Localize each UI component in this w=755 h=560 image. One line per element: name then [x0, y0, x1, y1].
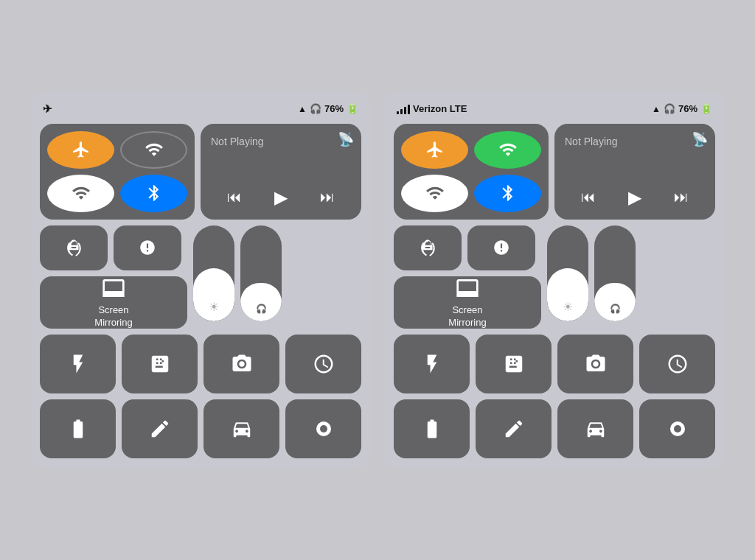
media-title-left: Not Playing	[211, 136, 351, 147]
screen-mirror-label-left: ScreenMirroring	[94, 304, 132, 329]
row-top-right: 📡 Not Playing ⏮ ▶ ⏭	[394, 124, 715, 220]
flashlight-btn-left[interactable]	[40, 335, 116, 393]
screen-mirror-btn-left[interactable]: ScreenMirroring	[40, 276, 187, 329]
panels-container: ✈ ▲ 🎧 76% 🔋	[16, 77, 739, 484]
left-col-right: ScreenMirroring	[394, 225, 541, 329]
signal-bar-2	[400, 109, 403, 114]
orientation-lock-btn-left[interactable]	[40, 225, 108, 270]
airplay-icon-left[interactable]: 📡	[338, 131, 354, 147]
battery-btn-right[interactable]	[394, 399, 470, 458]
status-left-right: Verizon LTE	[397, 103, 467, 114]
media-controls-left: ⏮ ▶ ⏭	[211, 184, 351, 211]
right-panel: Verizon LTE ▲ 🎧 76% 🔋	[385, 91, 724, 469]
media-next-right[interactable]: ⏭	[668, 186, 695, 209]
brightness-icon-left: ☀	[209, 300, 219, 314]
airplane-btn-right[interactable]	[401, 131, 468, 169]
bluetooth-btn-left[interactable]	[120, 175, 187, 212]
headphone-icon-left: 🎧	[310, 103, 321, 114]
battery-icon-left: 🔋	[347, 103, 358, 114]
signal-bar-3	[404, 107, 406, 114]
svg-point-3	[674, 425, 681, 433]
carplay-btn-left[interactable]	[203, 399, 279, 458]
row-apps-right	[394, 335, 715, 393]
flashlight-btn-right[interactable]	[394, 335, 470, 393]
airplane-mode-icon-left: ✈	[43, 102, 52, 116]
notes-btn-right[interactable]	[476, 399, 552, 458]
media-block-right: 📡 Not Playing ⏮ ▶ ⏭	[554, 124, 715, 220]
clock-btn-left[interactable]	[285, 335, 361, 393]
media-controls-right: ⏮ ▶ ⏭	[565, 184, 705, 211]
media-play-left[interactable]: ▶	[268, 184, 293, 211]
screen-mirror-btn-right[interactable]: ScreenMirroring	[394, 276, 541, 329]
row-more-left	[40, 399, 361, 458]
screen-record-btn-left[interactable]	[285, 399, 361, 458]
status-right-right: ▲ 🎧 76% 🔋	[652, 103, 712, 114]
volume-slider-left[interactable]: 🎧	[240, 225, 282, 321]
brightness-slider-right[interactable]: ☀	[547, 225, 588, 321]
row-two-left: ScreenMirroring ☀ 🎧	[40, 225, 361, 329]
cc-grid-right: 📡 Not Playing ⏮ ▶ ⏭	[394, 124, 715, 459]
row-top-left: 📡 Not Playing ⏮ ▶ ⏭	[40, 124, 361, 220]
signal-bar-4	[408, 105, 410, 114]
media-title-right: Not Playing	[565, 136, 705, 147]
status-bar-right: Verizon LTE ▲ 🎧 76% 🔋	[394, 99, 715, 119]
camera-btn-left[interactable]	[203, 335, 279, 393]
brightness-icon-right: ☀	[563, 300, 573, 314]
battery-btn-left[interactable]	[40, 399, 116, 458]
status-right-left: ▲ 🎧 76% 🔋	[298, 103, 358, 114]
cellular-btn-right[interactable]	[474, 131, 541, 169]
left-panel: ✈ ▲ 🎧 76% 🔋	[31, 91, 370, 469]
signal-bars-right	[397, 104, 410, 114]
carplay-btn-right[interactable]	[557, 399, 633, 458]
battery-icon-right: 🔋	[700, 103, 712, 114]
volume-icon-left: 🎧	[256, 304, 267, 314]
wifi-btn-right[interactable]	[401, 175, 468, 212]
left-top-btns-right	[394, 225, 541, 270]
row-apps-left	[40, 335, 361, 393]
row-two-right: ScreenMirroring ☀ 🎧	[394, 225, 715, 329]
media-block-left: 📡 Not Playing ⏮ ▶ ⏭	[201, 124, 361, 220]
battery-pct-left: 76%	[324, 103, 344, 114]
media-prev-right[interactable]: ⏮	[575, 186, 602, 209]
sliders-left: ☀ 🎧	[193, 225, 361, 329]
brightness-slider-left[interactable]: ☀	[193, 225, 234, 321]
do-not-disturb-btn-left[interactable]	[114, 225, 181, 270]
volume-icon-right: 🎧	[610, 304, 621, 314]
screen-mirror-label-right: ScreenMirroring	[448, 304, 486, 329]
svg-point-1	[320, 425, 327, 433]
orientation-lock-btn-right[interactable]	[394, 225, 462, 270]
airplay-icon-right[interactable]: 📡	[692, 131, 708, 147]
do-not-disturb-btn-right[interactable]	[467, 225, 535, 270]
left-col-left: ScreenMirroring	[40, 225, 187, 329]
media-next-left[interactable]: ⏭	[314, 186, 341, 209]
status-bar-left: ✈ ▲ 🎧 76% 🔋	[40, 99, 361, 119]
signal-bar-1	[397, 111, 399, 114]
cellular-btn-left[interactable]	[120, 131, 187, 169]
status-left-left: ✈	[43, 102, 52, 116]
media-prev-left[interactable]: ⏮	[221, 186, 248, 209]
sliders-right: ☀ 🎧	[547, 225, 715, 329]
bluetooth-btn-right[interactable]	[474, 175, 541, 212]
connectivity-block-left	[40, 124, 195, 220]
cc-grid-left: 📡 Not Playing ⏮ ▶ ⏭	[40, 124, 361, 459]
airplane-btn-left[interactable]	[47, 131, 114, 169]
wifi-btn-left[interactable]	[47, 175, 114, 212]
location-icon-left: ▲	[298, 104, 307, 114]
carrier-label-right: Verizon LTE	[413, 103, 467, 114]
media-play-right[interactable]: ▶	[622, 184, 647, 211]
camera-btn-right[interactable]	[557, 335, 633, 393]
connectivity-block-right	[394, 124, 549, 220]
battery-pct-right: 76%	[678, 103, 697, 114]
notes-btn-left[interactable]	[122, 399, 198, 458]
calculator-btn-left[interactable]	[122, 335, 198, 393]
headphone-icon-right: 🎧	[664, 103, 675, 114]
screen-record-btn-right[interactable]	[639, 399, 715, 458]
clock-btn-right[interactable]	[639, 335, 715, 393]
calculator-btn-right[interactable]	[476, 335, 552, 393]
location-icon-right: ▲	[652, 104, 661, 114]
volume-slider-right[interactable]: 🎧	[594, 225, 636, 321]
row-more-right	[394, 399, 715, 458]
left-top-btns-left	[40, 225, 187, 270]
